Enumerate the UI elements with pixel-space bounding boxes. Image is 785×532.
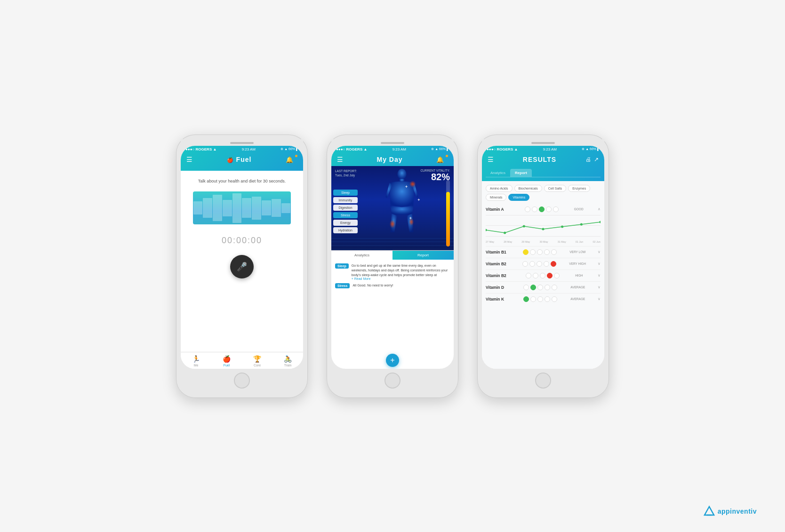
vitamin-b1-chevron[interactable]: ∨ — [598, 250, 601, 254]
chip-enzymes[interactable]: Enzymes — [568, 185, 590, 192]
vitamin-a-header: Vitamin A GOOD ∧ — [486, 205, 601, 214]
vdot-4 — [546, 206, 552, 212]
phone-2-notification-icon[interactable]: 🔔 — [436, 156, 448, 163]
results-tab-report[interactable]: Report — [510, 169, 532, 177]
phone-3-speaker — [531, 142, 555, 144]
fuel-timer: 00:00:00 — [222, 236, 262, 246]
chip-amino-acids[interactable]: Amino Acids — [486, 185, 513, 192]
vdot-2 — [532, 206, 537, 212]
vdot-k-1 — [523, 296, 529, 302]
myday-last-report: LAST REPORT: Tues, 2nd July — [335, 169, 357, 182]
vdot-k-5 — [552, 296, 557, 302]
phone-3-status-center: 9:23 AM — [543, 147, 557, 151]
phone-2-app-header: ☰ My Day 🔔 — [331, 153, 454, 166]
phone-3-home-button[interactable] — [535, 373, 551, 389]
phone-1-status-left: ●●●○ ROGERS ▲ — [185, 147, 216, 151]
indicator-hydration[interactable]: Hydration — [333, 227, 358, 233]
nav-core-label: Core — [254, 364, 261, 367]
phone-1-status-center: 9:23 AM — [242, 147, 256, 151]
vitamin-a-name: Vitamin A — [486, 207, 512, 212]
nav-item-me[interactable]: 🏃 Me — [181, 355, 211, 367]
phone-2-screen: ●●●○ ROGERS ▲ 9:23 AM ⊕ ▲ 66% ▌ ☰ My Day… — [331, 146, 454, 369]
indicator-stress[interactable]: Stress — [333, 212, 358, 218]
vitamin-d-dots — [523, 285, 557, 290]
phone-1-notification-icon[interactable]: 🔔 — [286, 156, 297, 163]
indicators-panel: Sleep Immunity Digestion Stress Energy H… — [333, 190, 358, 233]
vitamin-a-chevron[interactable]: ∧ — [598, 207, 601, 211]
read-more-link[interactable]: + Read More — [352, 277, 450, 280]
phone-1-menu-icon[interactable]: ☰ — [186, 156, 192, 163]
vdot-3 — [539, 206, 545, 212]
vitamin-b1-status: VERY LOW — [569, 250, 585, 254]
phone-3-header-actions: 🖨 ↗ — [585, 156, 599, 163]
vitamin-k-chevron[interactable]: ∨ — [598, 297, 601, 301]
indicator-digestion[interactable]: Digestion — [333, 205, 358, 211]
phone-2-myday: ●●●○ ROGERS ▲ 9:23 AM ⊕ ▲ 66% ▌ ☰ My Day… — [327, 135, 458, 398]
svg-text:+: + — [409, 216, 412, 221]
vitamin-a-chart: 27 May 28 May 29 May 30 May 31 May 01 Ju… — [486, 215, 601, 243]
vdot-d-5 — [552, 285, 557, 290]
chip-vitamins[interactable]: Vitamins — [508, 194, 529, 201]
vdot-b2b-4 — [547, 273, 553, 278]
chip-cell-salts[interactable]: Cell Salts — [544, 185, 567, 192]
vitamin-k-name: Vitamin K — [486, 297, 512, 302]
chip-biochemicals[interactable]: Biochemicals — [514, 185, 542, 192]
brand-logo: appinventiv — [703, 505, 757, 518]
vitamin-a-chart-svg — [486, 215, 601, 237]
myday-vitality: CURRENT VITALITY: 82% — [420, 169, 450, 182]
report-item-sleep: Sleep Go to bed and get up at the same t… — [335, 263, 450, 280]
fab-button[interactable]: + — [386, 354, 399, 367]
chip-minerals[interactable]: Minerals — [486, 194, 506, 201]
phone-3-header-bg: ●●●○ ROGERS ▲ 9:23 AM ⊕ ▲ 66% ▌ ☰ RESULT… — [482, 146, 604, 181]
tab-report[interactable]: Report — [392, 251, 454, 260]
indicator-energy[interactable]: Energy — [333, 220, 358, 226]
vitamin-b2-chevron[interactable]: ∨ — [598, 262, 601, 266]
fuel-mic-button[interactable]: 🎤 — [230, 255, 254, 278]
indicator-sleep[interactable]: Sleep — [333, 190, 358, 196]
svg-point-15 — [542, 228, 544, 230]
vdot-b1-4 — [544, 249, 550, 255]
indicator-immunity[interactable]: Immunity — [333, 197, 358, 203]
vdot-1 — [525, 206, 530, 212]
vdot-b2b-5 — [554, 273, 560, 278]
phone-3-menu-icon[interactable]: ☰ — [488, 156, 494, 163]
vitamin-d-name: Vitamin D — [486, 285, 512, 290]
nav-fuel-label: Fuel — [224, 364, 230, 367]
phone-2-menu-icon[interactable]: ☰ — [337, 156, 343, 163]
phone-1-fuel: ●●●○ ROGERS ▲ 9:23 AM ⊕ ▲ 66% ▌ ☰ 🍎 Fuel… — [176, 135, 308, 398]
vdot-k-3 — [537, 296, 543, 302]
tab-analytics[interactable]: Analytics — [331, 251, 392, 260]
nav-item-fuel[interactable]: 🍎 Fuel — [211, 355, 242, 367]
vitality-bar-track — [446, 180, 450, 247]
vdot-b2b-3 — [540, 273, 545, 278]
myday-bottom-tabs: Analytics Report — [331, 250, 454, 260]
phone-2-home-button[interactable] — [384, 373, 401, 389]
vitamin-b2-name: Vitamin B2 — [486, 262, 512, 266]
vdot-b2b-2 — [533, 273, 538, 278]
svg-point-13 — [504, 231, 506, 234]
divider-2 — [486, 258, 601, 258]
phone-2-status-center: 9:23 AM — [392, 147, 406, 151]
phone-3-print-icon[interactable]: 🖨 — [585, 156, 591, 163]
results-tab-analytics[interactable]: Analytics — [486, 169, 510, 177]
fuel-icon: 🍎 — [227, 157, 234, 163]
phone-1-home-button[interactable] — [234, 373, 250, 389]
vitamin-d-chevron[interactable]: ∨ — [598, 285, 601, 289]
page-container: ●●●○ ROGERS ▲ 9:23 AM ⊕ ▲ 66% ▌ ☰ 🍎 Fuel… — [157, 116, 628, 417]
nav-item-core[interactable]: 🏆 Core — [242, 355, 272, 367]
vitamin-b2-header: Vitamin B2 VERY HIGH ∨ — [486, 259, 601, 269]
vdot-b1-1 — [523, 249, 529, 255]
vdot-b1-3 — [537, 249, 543, 255]
fuel-waveform — [193, 191, 291, 224]
phone-3-title: RESULTS — [523, 156, 556, 163]
nav-item-train[interactable]: 🚴 Train — [272, 355, 303, 367]
phone-3-status-bar: ●●●○ ROGERS ▲ 9:23 AM ⊕ ▲ 66% ▌ — [482, 146, 604, 153]
phone-3-share-icon[interactable]: ↗ — [594, 156, 599, 163]
results-body: Amino Acids Biochemicals Cell Salts Enzy… — [482, 181, 604, 369]
brand-icon-svg — [703, 505, 716, 518]
phone-3-screen: ●●●○ ROGERS ▲ 9:23 AM ⊕ ▲ 66% ▌ ☰ RESULT… — [482, 146, 604, 369]
fuel-prompt-text: Talk about your health and diet for 30 s… — [189, 171, 296, 188]
vdot-b1-2 — [530, 249, 536, 255]
myday-report-section: Sleep Go to bed and get up at the same t… — [331, 260, 454, 352]
vitamin-b2b-chevron[interactable]: ∨ — [598, 273, 601, 278]
